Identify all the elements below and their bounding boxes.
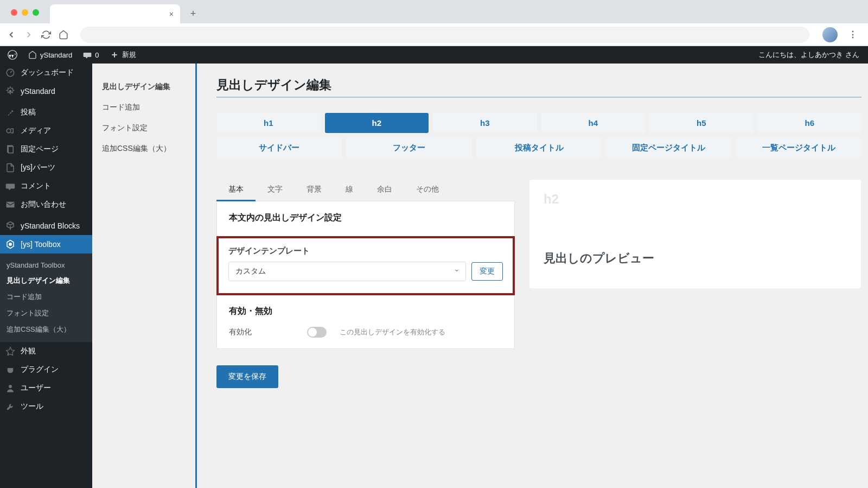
tab-text[interactable]: 文字 [256, 179, 295, 201]
submenu-css[interactable]: 追加CSS編集（大） [0, 321, 92, 338]
svg-rect-6 [7, 202, 15, 208]
menu-ystandard[interactable]: yStandard [0, 82, 92, 100]
forward-button[interactable] [24, 30, 35, 40]
tab-archive-title[interactable]: 一覧ページタイトル [736, 137, 861, 159]
tab-h6[interactable]: h6 [758, 113, 862, 133]
wrench-icon [5, 402, 16, 411]
submenu-code[interactable]: コード追加 [0, 289, 92, 305]
reload-button[interactable] [41, 30, 52, 40]
user-icon [5, 383, 16, 393]
url-bar[interactable] [80, 27, 809, 43]
secnav-code[interactable]: コード追加 [102, 97, 186, 118]
menu-ys-parts[interactable]: [ys]パーツ [0, 159, 92, 177]
tab-margin[interactable]: 余白 [365, 179, 404, 201]
menu-pages[interactable]: 固定ページ [0, 140, 92, 159]
window-minimize[interactable] [22, 9, 28, 16]
pin-icon [5, 107, 16, 117]
window-close[interactable] [11, 9, 17, 16]
new-content[interactable]: 新規 [105, 46, 142, 64]
tab-h5[interactable]: h5 [649, 113, 754, 133]
preview-heading: 見出しのプレビュー [544, 250, 847, 267]
submenu-font[interactable]: フォント設定 [0, 305, 92, 321]
wp-logo[interactable] [2, 46, 23, 64]
menu-ys-blocks[interactable]: yStandard Blocks [0, 217, 92, 235]
svg-point-2 [9, 90, 12, 93]
admin-sidebar: ダッシュボード yStandard 投稿 メディア 固定ページ [ys]パーツ … [0, 64, 92, 488]
heading-tabs-row1: h1 h2 h3 h4 h5 h6 [216, 113, 861, 133]
page-title: 見出しデザイン編集 [216, 77, 861, 93]
mail-icon [5, 200, 16, 210]
submenu-heading[interactable]: 見出しデザイン編集 [0, 272, 92, 289]
comments-count: 0 [95, 51, 99, 59]
heading-tabs-row2: サイドバー フッター 投稿タイトル 固定ページタイトル 一覧ページタイトル [216, 137, 861, 159]
tab-basic[interactable]: 基本 [216, 179, 256, 201]
secnav-heading[interactable]: 見出しデザイン編集 [102, 77, 186, 97]
submenu-toolbox[interactable]: yStandard Toolbox [0, 258, 92, 272]
menu-dashboard[interactable]: ダッシュボード [0, 64, 92, 82]
change-button[interactable]: 変更 [471, 262, 503, 281]
comment-icon [5, 181, 16, 191]
section2-title: 有効・無効 [229, 306, 502, 317]
menu-ys-toolbox[interactable]: [ys] Toolbox [0, 235, 92, 253]
svg-rect-5 [8, 147, 13, 153]
browser-menu[interactable]: ⋮ [844, 29, 861, 40]
template-select[interactable]: カスタム [228, 262, 466, 281]
cube-icon [5, 221, 16, 231]
secnav-css[interactable]: 追加CSS編集（大） [102, 138, 186, 159]
tab-sidebar[interactable]: サイドバー [216, 137, 342, 159]
tab-footer[interactable]: フッター [346, 137, 471, 159]
user-greeting[interactable]: こんにちは、よしあかつき さん [752, 50, 866, 60]
tab-h1[interactable]: h1 [216, 113, 321, 133]
menu-plugins[interactable]: プラグイン [0, 360, 92, 379]
toggle-label: 有効化 [229, 327, 294, 337]
gear-icon [5, 86, 16, 96]
tab-other[interactable]: その他 [404, 179, 451, 201]
menu-contact[interactable]: お問い合わせ [0, 195, 92, 214]
highlighted-section: デザインテンプレート カスタム 変更 [216, 236, 515, 295]
home-button[interactable] [59, 30, 69, 40]
plugin-icon [5, 365, 16, 375]
tab-h4[interactable]: h4 [541, 113, 646, 133]
enable-toggle[interactable] [307, 327, 327, 338]
close-icon[interactable]: × [169, 10, 174, 18]
svg-point-3 [7, 129, 11, 133]
tab-h3[interactable]: h3 [433, 113, 537, 133]
profile-avatar[interactable] [822, 27, 838, 42]
menu-posts[interactable]: 投稿 [0, 103, 92, 122]
hexagon-icon [5, 239, 16, 249]
wp-adminbar: yStandard 0 新規 こんにちは、よしあかつき さん [0, 46, 868, 64]
site-link[interactable]: yStandard [23, 46, 78, 64]
svg-point-7 [9, 243, 12, 246]
save-button[interactable]: 変更を保存 [216, 365, 278, 388]
browser-toolbar: ⋮ [0, 23, 868, 46]
secondary-nav: 見出しデザイン編集 コード追加 フォント設定 追加CSS編集（大） [92, 64, 195, 488]
dashboard-icon [5, 68, 16, 78]
comments-link[interactable]: 0 [78, 46, 104, 64]
menu-comments[interactable]: コメント [0, 177, 92, 195]
tab-border[interactable]: 線 [334, 179, 365, 201]
new-label: 新規 [122, 50, 136, 60]
toolbox-submenu: yStandard Toolbox 見出しデザイン編集 コード追加 フォント設定… [0, 253, 92, 342]
property-tabs: 基本 文字 背景 線 余白 その他 [216, 179, 515, 201]
back-button[interactable] [7, 30, 17, 40]
menu-tools[interactable]: ツール [0, 397, 92, 416]
window-maximize[interactable] [33, 9, 39, 16]
preview-panel: h2 見出しのプレビュー [529, 179, 861, 289]
tab-post-title[interactable]: 投稿タイトル [476, 137, 602, 159]
brush-icon [5, 346, 16, 356]
menu-users[interactable]: ユーザー [0, 379, 92, 397]
section-title: 本文内の見出しデザイン設定 [229, 212, 502, 224]
page-icon [5, 144, 16, 154]
secnav-font[interactable]: フォント設定 [102, 118, 186, 138]
browser-tab[interactable]: × [50, 4, 180, 23]
new-tab-button[interactable]: + [186, 6, 201, 21]
document-icon [5, 163, 16, 173]
tab-h2[interactable]: h2 [325, 113, 429, 133]
toggle-description: この見出しデザインを有効化する [340, 327, 445, 337]
media-icon [5, 126, 16, 136]
menu-media[interactable]: メディア [0, 122, 92, 140]
tab-background[interactable]: 背景 [295, 179, 334, 201]
template-label: デザインテンプレート [228, 246, 503, 256]
tab-page-title[interactable]: 固定ページタイトル [606, 137, 731, 159]
menu-appearance[interactable]: 外観 [0, 342, 92, 360]
